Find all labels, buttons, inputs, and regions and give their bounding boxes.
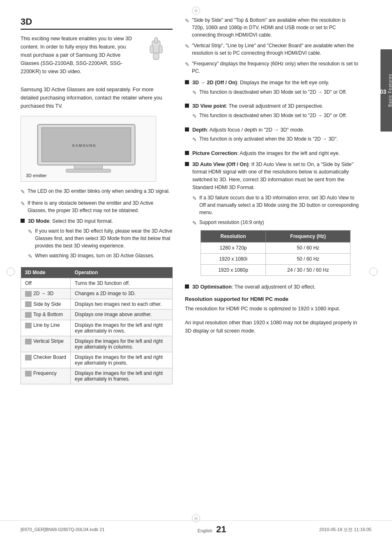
sub-note-autoview-1-text: If a 3D failure occurs due to a 3D infor… [199,194,359,216]
op-vs: Displays the images for the left and rig… [71,336,173,352]
svg-rect-1 [150,46,153,53]
table-row: Line by Line Displays the images for the… [21,320,173,336]
mode-icon-freq [25,371,32,377]
op-cb: Displays the images for the left and rig… [71,352,173,368]
right-note-3-text: "Frequency" displays the frequency (60Hz… [192,60,359,75]
mode-cb: Checker Board [21,352,71,368]
note-pencil-icon-r1: ✎ [185,17,189,25]
svg-text:SAMSUNG: SAMSUNG [72,143,97,148]
note-obstacle-text: If there is any obstacle between the emi… [28,199,173,214]
note-pencil-icon-r7: ✎ [192,194,197,203]
top-crosshair-icon: ⊕ [192,7,200,15]
bullet-3d-mode-rest: : Select the 3D input format. [49,218,113,224]
note-pencil-icon-1: ✎ [21,188,25,196]
bullet-icon-3d-viewpoint [185,104,189,108]
op-off: Turns the 3D function off. [71,278,173,288]
tv-illustration: SAMSUNG 3D emitter [21,116,156,182]
mode-tb: Top & Bottom [21,310,71,320]
note-pencil-icon-r4: ✎ [192,89,197,97]
note-led-text: The LED on the 3D emitter blinks only wh… [28,187,170,195]
right-note-2-text: "Vertical Strip", "Line by Line" and "Ch… [192,42,359,57]
table-row: Vertical Stripe Displays the images for … [21,336,173,352]
bullet-autoview-content: 3D Auto View (Off / On): If 3D Auto View… [192,161,359,280]
right-note-3: ✎ "Frequency" displays the frequency (60… [185,60,359,75]
bullet-icon-depth [185,127,189,132]
bullet-3d-mode: 3D Mode: Select the 3D input format. ✎ I… [21,217,173,263]
bullet-3d-2d-content: 3D → 2D (Off / On): Displays the image f… [192,79,359,99]
sub-note-3d-mode-1: ✎ If you want to feel the 3D effect full… [28,227,173,250]
sub-note-autoview-2-text: Support resolution (16:9 only) [199,219,264,226]
sub-note-depth: ✎ This function is only activated when t… [192,135,359,144]
bullet-3d-2d-rest: : Displays the image for the left eye on… [237,80,329,85]
page-lang-number: English 21 [198,524,226,535]
left-margin-mark [7,268,15,276]
footer-date: 2010-05-18 오전 11:16:05 [319,527,371,533]
mode-vs: Vertical Stripe [21,336,71,352]
sub-note-autoview-2: ✎ Support resolution (16:9 only) [192,219,359,227]
bullet-depth-bold: Depth [192,127,207,133]
right-note-1-text: "Side by Side" and "Top & Bottom" are av… [192,16,359,39]
right-margin-mark [369,268,378,276]
note-led: ✎ The LED on the 3D emitter blinks only … [21,187,173,196]
chapter-number: 03 [380,88,387,95]
note-pencil-icon-3: ✎ [28,228,32,236]
table-row: 1920 x 1080p 24 / 30 / 50 / 60 Hz [201,265,350,276]
bullet-picture-rest: : Adjusts the images for the left and ri… [237,150,340,156]
note-pencil-icon-r8: ✎ [192,219,197,227]
note-pencil-icon-r2: ✎ [185,42,189,51]
intro-paragraph-2: Samsung 3D Active Glasses are sold separ… [21,85,173,110]
bullet-3d-2d-bold: 3D → 2D (Off / On) [192,80,237,85]
bullet-icon-opt [185,284,189,289]
svg-rect-3 [153,53,159,60]
mode-freq: Frequency [21,368,71,384]
note-pencil-icon-r5: ✎ [192,112,197,120]
table-row: Frequency Displays the images for the le… [21,368,173,384]
bullet-picture-content: Picture Correction: Adjusts the images f… [192,150,359,157]
bullet-autoview-bold: 3D Auto View (Off / On) [192,162,249,167]
intro-text-block: This exciting new feature enables you to… [21,35,135,81]
op-freq: Displays the images for the left and rig… [71,368,173,384]
mode-icon-tb [25,312,32,318]
table-row: Side by Side Displays two images next to… [21,299,173,310]
op-tb: Displays one image above another. [71,310,173,320]
page-lang: English [198,528,212,533]
intro-paragraph-1: This exciting new feature enables you to… [21,35,135,76]
res-table-header-res: Resolution [201,231,266,243]
bullet-opt-content: 3D Optimisation: The overall adjustment … [192,283,359,291]
hdmi-section-title: Resolution supported for HDMI PC mode [185,296,359,302]
right-notes-section: ✎ "Side by Side" and "Top & Bottom" are … [185,16,359,75]
bullet-3d-viewpoint-rest: : The overall adjustment of 3D perspecti… [226,103,323,109]
main-content: 3D This exciting new feature enables you… [0,0,392,405]
table-row: Off Turns the 3D function off. [21,278,173,288]
chapter-title: Basic Features [388,74,392,107]
bullet-3d-autoview: 3D Auto View (Off / On): If 3D Auto View… [185,161,359,280]
sub-note-depth-text: This function is only activated when the… [199,135,338,143]
bullet-icon-autoview [185,162,189,166]
svg-rect-4 [154,37,158,43]
mode-table-header-operation: Operation [71,267,173,278]
note-pencil-icon-r6: ✎ [192,136,197,144]
bullet-depth-rest: : Adjusts focus / depth in "2D → 3D" mod… [207,127,304,133]
mode-lbl: Line by Line [21,320,71,336]
table-row: Checker Board Displays the images for th… [21,352,173,368]
mode-2d3d: 2D → 3D [21,288,71,299]
left-column: 3D This exciting new feature enables you… [21,16,173,388]
note-pencil-icon-4: ✎ [28,252,32,261]
svg-rect-8 [66,169,111,172]
sub-note-3d-2d: ✎ This function is deactivated when 3D M… [192,88,359,97]
bullet-picture-correction: Picture Correction: Adjusts the images f… [185,150,359,157]
sub-note-3d-mode-1-text: If you want to feel the 3D effect fully,… [35,227,173,250]
chapter-tab: 03 Basic Features [380,49,392,132]
mode-icon-vs [25,339,32,344]
tv-svg: SAMSUNG [21,116,156,181]
op-lbl: Displays the images for the left and rig… [71,320,173,336]
table-row: 2D → 3D Changes a 2D image to 3D. [21,288,173,299]
note-pencil-icon-2: ✎ [21,200,25,208]
bullet-picture-bold: Picture Correction [192,150,237,156]
page-number: 21 [216,524,226,534]
mode-icon-cb [25,355,32,360]
op-2d3d: Changes a 2D image to 3D. [71,288,173,299]
resolution-table: Resolution Frequency (Hz) 1280 x 720p 50… [201,230,350,276]
hdmi-text-2: An input resolution other than 1920 x 10… [185,319,359,335]
hdmi-text-1: The resolution for HDMI PC mode is optim… [185,305,359,313]
